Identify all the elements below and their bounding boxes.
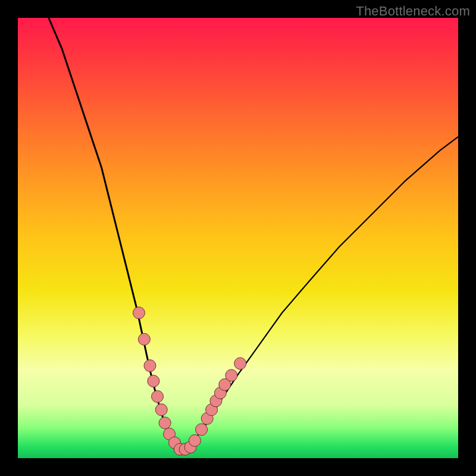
marker-group xyxy=(133,307,246,455)
data-marker xyxy=(133,307,145,319)
data-marker xyxy=(196,424,208,436)
plot-area xyxy=(18,18,458,458)
data-marker xyxy=(155,404,167,416)
chart-overlay-svg xyxy=(18,18,458,458)
data-marker xyxy=(152,390,164,402)
data-marker xyxy=(148,375,159,387)
data-marker xyxy=(159,417,171,429)
data-marker xyxy=(138,333,150,345)
data-marker xyxy=(189,434,201,446)
watermark-text: TheBottleneck.com xyxy=(356,4,470,19)
data-marker xyxy=(226,369,237,381)
data-marker xyxy=(234,358,246,369)
data-marker xyxy=(144,360,156,372)
chart-frame: TheBottleneck.com xyxy=(0,0,476,476)
